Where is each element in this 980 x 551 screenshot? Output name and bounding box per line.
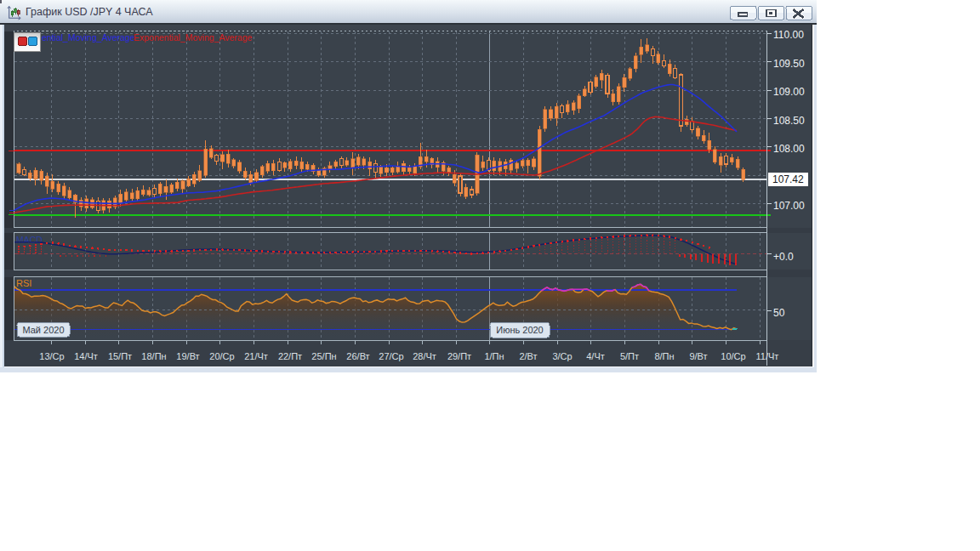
svg-text:19/Вт: 19/Вт [176,351,199,361]
svg-text:Exponential_Moving_Average: Exponential_Moving_Average [134,32,252,43]
svg-text:26/Вт: 26/Вт [346,351,369,361]
svg-text:108.00: 108.00 [773,143,805,155]
svg-text:107.42: 107.42 [772,173,804,185]
svg-text:15/Пт: 15/Пт [108,351,132,361]
svg-text:ential_Moving_Average: ential_Moving_Average [42,32,135,43]
svg-text:1/Пн: 1/Пн [484,351,504,361]
svg-text:22/Пт: 22/Пт [278,351,302,361]
svg-text:108.50: 108.50 [773,115,805,127]
svg-text:25/Пн: 25/Пн [311,351,336,361]
svg-text:9/Вт: 9/Вт [689,351,707,361]
svg-text:4/Чт: 4/Чт [586,351,605,361]
svg-text:109.50: 109.50 [773,58,805,70]
svg-text:27/Ср: 27/Ср [379,351,403,361]
svg-text:18/Пн: 18/Пн [141,351,166,361]
svg-text:109.00: 109.00 [773,86,805,98]
svg-text:+0.0: +0.0 [773,251,794,263]
svg-text:2/Вт: 2/Вт [519,351,537,361]
svg-text:10/Ср: 10/Ср [721,351,745,361]
svg-text:13/Ср: 13/Ср [39,351,64,361]
svg-text:110.00: 110.00 [773,29,804,41]
svg-text:21/Чт: 21/Чт [244,351,268,361]
svg-text:11/Чт: 11/Чт [756,351,779,361]
svg-text:28/Чт: 28/Чт [413,351,436,361]
svg-text:29/Пт: 29/Пт [447,351,471,361]
svg-text:Июнь 2020: Июнь 2020 [496,325,544,335]
svg-text:3/Ср: 3/Ср [552,351,572,361]
svg-text:5/Пт: 5/Пт [620,351,639,361]
svg-text:График USD /JPY 4 ЧАСА: График USD /JPY 4 ЧАСА [26,6,153,18]
svg-text:50: 50 [773,307,785,319]
svg-text:20/Ср: 20/Ср [209,351,234,361]
svg-text:RSI: RSI [16,278,31,288]
svg-text:14/Чт: 14/Чт [74,351,98,361]
svg-text:Май 2020: Май 2020 [22,325,64,335]
svg-text:8/Пн: 8/Пн [654,351,674,361]
svg-text:107.00: 107.00 [773,200,805,212]
